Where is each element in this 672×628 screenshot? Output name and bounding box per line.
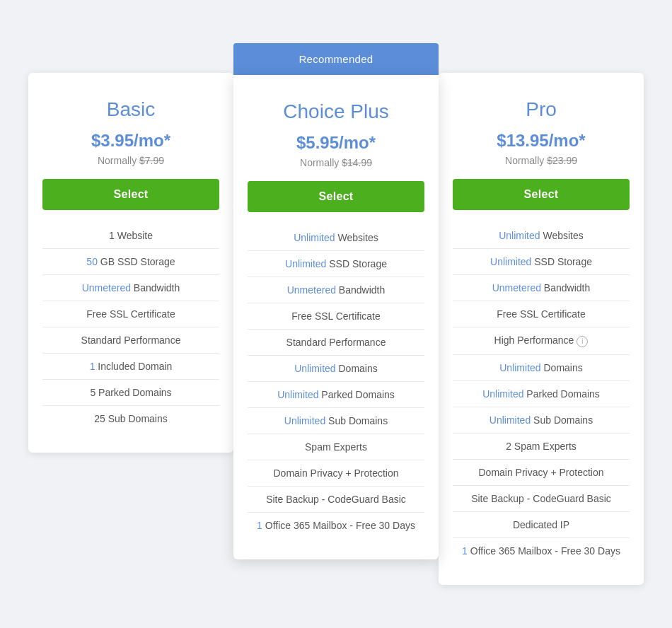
feature-item: Unlimited SSD Storage <box>453 248 630 274</box>
feature-item: 50 GB SSD Storage <box>42 248 219 274</box>
plan-normal-price-choice-plus: Normally $14.99 <box>300 157 372 168</box>
select-button-choice-plus[interactable]: Select <box>248 181 424 212</box>
feature-item: Free SSL Certificate <box>248 303 424 329</box>
plans-container: Basic$3.95/mo*Normally $7.99Select1 Webs… <box>14 43 658 584</box>
features-list-choice-plus: Unlimited WebsitesUnlimited SSD StorageU… <box>248 225 424 538</box>
recommended-badge: Recommended <box>233 43 439 75</box>
feature-item: 1 Office 365 Mailbox - Free 30 Days <box>453 537 630 564</box>
plan-name-pro: Pro <box>526 98 557 121</box>
feature-item: Unlimited Sub Domains <box>453 407 630 433</box>
info-icon[interactable]: i <box>577 336 588 347</box>
plan-card-pro: Pro$13.95/mo*Normally $23.99SelectUnlimi… <box>439 73 644 584</box>
plan-normal-price-basic: Normally $7.99 <box>98 155 164 166</box>
feature-item: Unlimited Parked Domains <box>453 380 630 407</box>
feature-item: 5 Parked Domains <box>42 379 219 405</box>
feature-item: Spam Experts <box>248 434 424 460</box>
features-list-pro: Unlimited WebsitesUnlimited SSD StorageU… <box>453 223 630 563</box>
feature-item: Unmetered Bandwidth <box>248 277 424 303</box>
feature-item: Dedicated IP <box>453 511 630 537</box>
feature-item: 1 Office 365 Mailbox - Free 30 Days <box>248 512 424 538</box>
feature-item: Unlimited Domains <box>248 355 424 381</box>
feature-item: High Performancei <box>453 327 630 354</box>
feature-item: Unlimited Domains <box>453 354 630 380</box>
select-button-pro[interactable]: Select <box>453 179 630 210</box>
feature-item: Site Backup - CodeGuard Basic <box>248 486 424 512</box>
feature-item: Unlimited Websites <box>453 223 630 248</box>
feature-item: Domain Privacy + Protection <box>248 460 424 486</box>
plan-name-choice-plus: Choice Plus <box>283 100 388 123</box>
plan-normal-price-pro: Normally $23.99 <box>505 155 577 166</box>
feature-item: 25 Sub Domains <box>42 405 219 431</box>
features-list-basic: 1 Website50 GB SSD StorageUnmetered Band… <box>42 223 219 431</box>
plan-price-pro: $13.95/mo* <box>497 131 585 151</box>
feature-item: Standard Performance <box>248 329 424 355</box>
feature-item: Unlimited Parked Domains <box>248 381 424 407</box>
feature-item: Standard Performance <box>42 327 219 353</box>
feature-item: Unlimited Websites <box>248 225 424 250</box>
plan-wrapper-basic: Basic$3.95/mo*Normally $7.99Select1 Webs… <box>28 43 233 453</box>
feature-item: Unlimited SSD Storage <box>248 250 424 277</box>
feature-item: Domain Privacy + Protection <box>453 459 630 485</box>
plan-wrapper-pro: Pro$13.95/mo*Normally $23.99SelectUnlimi… <box>439 43 644 584</box>
feature-item: Unmetered Bandwidth <box>453 274 630 301</box>
plan-price-choice-plus: $5.95/mo* <box>296 133 376 153</box>
feature-item: 2 Spam Experts <box>453 433 630 459</box>
feature-item: Free SSL Certificate <box>42 301 219 327</box>
select-button-basic[interactable]: Select <box>42 179 219 210</box>
plan-card-choice-plus: Choice Plus$5.95/mo*Normally $14.99Selec… <box>233 75 439 559</box>
plan-wrapper-choice-plus: RecommendedChoice Plus$5.95/mo*Normally … <box>233 43 439 559</box>
feature-item: Free SSL Certificate <box>453 301 630 327</box>
feature-item: Site Backup - CodeGuard Basic <box>453 485 630 511</box>
feature-item: Unlimited Sub Domains <box>248 407 424 434</box>
feature-item: Unmetered Bandwidth <box>42 274 219 301</box>
feature-item: 1 Website <box>42 223 219 248</box>
feature-item: 1 Included Domain <box>42 353 219 379</box>
plan-card-basic: Basic$3.95/mo*Normally $7.99Select1 Webs… <box>28 73 233 453</box>
plan-name-basic: Basic <box>107 98 155 121</box>
plan-price-basic: $3.95/mo* <box>91 131 170 151</box>
